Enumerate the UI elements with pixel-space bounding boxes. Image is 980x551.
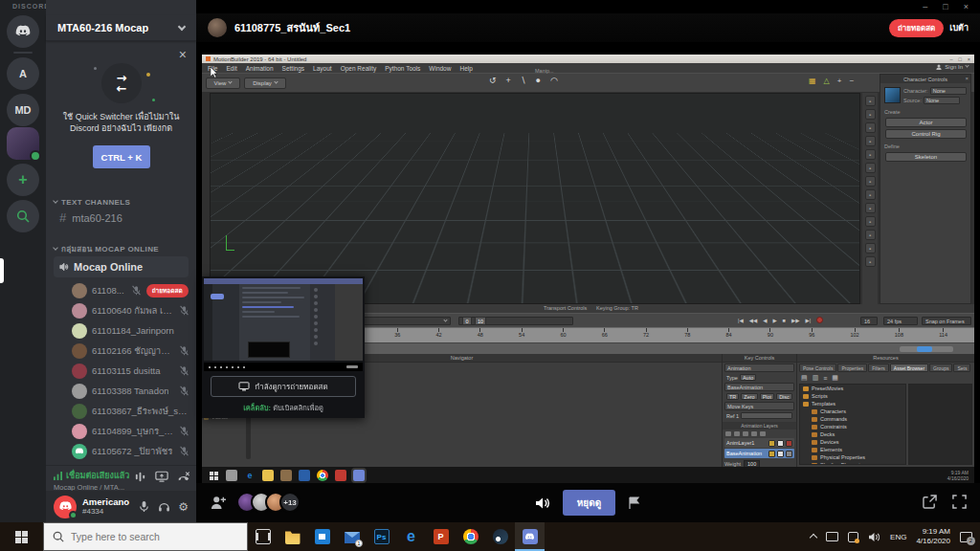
battery-icon[interactable] — [826, 532, 838, 541]
manipulator-tools[interactable]: ↺+∖●◠ — [489, 76, 558, 85]
manipulator-icon[interactable]: ● — [536, 76, 541, 85]
viewport-3d[interactable] — [210, 93, 860, 304]
tray-expand-icon[interactable] — [810, 534, 817, 541]
fps-dropdown[interactable]: 24 fps — [883, 317, 918, 325]
menu-window[interactable]: Window — [429, 65, 451, 72]
asset-tree-item[interactable]: Elements — [800, 446, 905, 453]
disconnect-call-icon[interactable] — [177, 471, 190, 483]
transport-value[interactable]: 16 — [860, 317, 878, 325]
frame-field[interactable]: 0 10 — [458, 317, 573, 325]
taskbar-app-mail[interactable]: 1 — [337, 522, 367, 551]
volume-icon[interactable] — [535, 496, 550, 510]
taskbar-app-steam[interactable] — [485, 522, 515, 551]
voice-member-row[interactable]: 61103115 dusitta — [46, 361, 196, 381]
taskbar-app-discord[interactable] — [515, 522, 545, 551]
start-button[interactable] — [0, 522, 43, 551]
tab-sets[interactable]: Sets — [953, 364, 970, 372]
timeline-zoom-slider[interactable] — [900, 346, 953, 352]
action-center-icon[interactable]: 2 — [960, 532, 972, 542]
skeleton-button[interactable]: Skeleton — [885, 152, 967, 162]
viewport-tool-icon[interactable]: ▪ — [865, 256, 876, 267]
asset-tree-item[interactable]: Commands — [800, 415, 905, 423]
voice-member-row[interactable]: 61101184_Jarinporn — [46, 320, 196, 341]
manipulator-icon[interactable]: ◠ — [550, 76, 558, 85]
server-MD[interactable]: MD — [7, 94, 39, 126]
stream-video[interactable]: MotionBuilder 2019 - 64 bit - Untitled –… — [202, 55, 974, 484]
menu-animation[interactable]: Animation — [246, 65, 274, 72]
animation-layer-row[interactable]: AnimLayer1 — [724, 438, 794, 448]
toolbar-right-icons[interactable]: ▦ △ + ~ — [809, 77, 854, 85]
asset-tree-item[interactable]: Characters — [800, 408, 905, 415]
key-type[interactable]: TypeAuto — [724, 373, 794, 382]
taskbar-app-microsoft-store[interactable] — [307, 522, 337, 551]
playback-buttons[interactable]: |◀◀◀◀▶■▶▶▶| — [738, 317, 823, 323]
viewport-tool-icon[interactable]: ▪ — [865, 176, 876, 187]
character-value[interactable]: None — [930, 87, 967, 95]
ctrl-k-button[interactable]: CTRL + K — [93, 145, 150, 168]
noise-suppression-icon[interactable] — [134, 471, 146, 483]
taskbar-app-edge[interactable]: e — [396, 522, 426, 551]
search-input[interactable] — [71, 531, 224, 542]
asset-tree-item[interactable]: Decks — [800, 430, 905, 438]
viewport-tool-icon[interactable]: ▪ — [865, 203, 876, 213]
voice-member-row[interactable]: 61100640 กัมพล เง... — [46, 300, 196, 320]
tray-app-icon[interactable] — [848, 532, 858, 542]
display-dropdown[interactable]: Display — [244, 77, 286, 89]
server-+[interactable]: + — [7, 164, 39, 196]
close-button[interactable]: × — [964, 2, 969, 11]
mocap-server[interactable] — [7, 127, 39, 160]
gear-icon[interactable]: ⚙ — [178, 500, 189, 514]
close-icon[interactable]: × — [965, 76, 969, 81]
screen-share-icon[interactable] — [155, 471, 168, 483]
sign-in[interactable]: Sign In — [936, 64, 969, 70]
keying-buttons[interactable]: TR Zero Plot Disc — [724, 392, 794, 401]
menu-layout[interactable]: Layout — [313, 65, 332, 72]
viewport-tool-icon[interactable]: ▪ — [865, 122, 876, 133]
viewport-tool-icon[interactable]: ▪ — [865, 109, 876, 120]
menu-python-tools[interactable]: Python Tools — [385, 65, 420, 72]
server-header[interactable]: MTA60-216 Mocap — [46, 15, 196, 41]
voice-member-row[interactable]: 61108...ถ่ายทอดสด — [46, 280, 196, 300]
asset-tree-item[interactable]: Templates — [800, 400, 905, 408]
menu-open-reality[interactable]: Open Reality — [341, 65, 377, 72]
asset-browser-toolbar[interactable]: ▤▥≡▦ — [797, 373, 974, 383]
asset-tree-item[interactable]: Devices — [800, 438, 905, 446]
viewport-tool-icon[interactable]: ▪ — [865, 163, 876, 173]
manipulator-icon[interactable]: ∖ — [521, 76, 526, 85]
voice-member-row[interactable]: 61104899_บุษกร_S... — [46, 421, 196, 441]
tab-pose-controls[interactable]: Pose Controls — [799, 364, 836, 372]
view-dropdown[interactable]: View — [206, 77, 240, 89]
fullscreen-icon[interactable] — [952, 495, 967, 509]
animation-layers-toolbar[interactable] — [723, 430, 796, 437]
ref-field[interactable]: Ref 1 — [724, 411, 794, 420]
voice-category-header[interactable]: กลุ่มสอน MOCAP ONLINE — [54, 243, 159, 255]
tab-asset-browser[interactable]: Asset Browser — [890, 364, 928, 372]
language-indicator[interactable]: ENG — [890, 533, 906, 541]
voice-channel-mocap-online[interactable]: Mocap Online — [54, 256, 189, 277]
asset-tree-item[interactable]: PresetMovies — [800, 385, 905, 392]
manipulator-icon[interactable]: ↺ — [489, 76, 497, 85]
voice-member-row[interactable]: 61103867_ธีระพงษ์_sec1 — [46, 401, 196, 421]
popout-icon[interactable] — [923, 495, 937, 509]
minimize-button[interactable]: – — [923, 2, 927, 11]
taskbar-clock[interactable]: 9:19 AM 4/16/2020 — [916, 527, 950, 546]
taskbar-app-file-explorer[interactable] — [278, 522, 307, 551]
tab-filters[interactable]: Filters — [868, 364, 889, 372]
voice-member-row[interactable]: 61102166 ชัญญานุช ... — [46, 341, 196, 361]
viewport-tool-icon[interactable]: ▪ — [865, 216, 876, 227]
maximize-button[interactable]: □ — [943, 2, 947, 11]
snap-dropdown[interactable]: Snap on Frames — [922, 317, 971, 325]
taskbar-app-chrome[interactable] — [456, 522, 485, 551]
discord-home[interactable] — [7, 15, 39, 48]
control-rig-button[interactable]: Control Rig — [885, 129, 967, 139]
tab-properties[interactable]: Properties — [837, 364, 867, 372]
taskbar-search[interactable] — [43, 522, 248, 551]
taskbar-app-task-view[interactable] — [248, 522, 278, 551]
tab-groups[interactable]: Groups — [929, 364, 952, 372]
viewport-tool-icon[interactable]: ▪ — [865, 230, 876, 240]
headphones-icon[interactable] — [158, 500, 170, 513]
asset-tree-item[interactable]: Scripts — [800, 392, 905, 400]
mic-icon[interactable] — [138, 500, 150, 513]
manipulator-icon[interactable]: + — [506, 76, 511, 85]
text-channels-header[interactable]: TEXT CHANNELS — [54, 198, 130, 207]
